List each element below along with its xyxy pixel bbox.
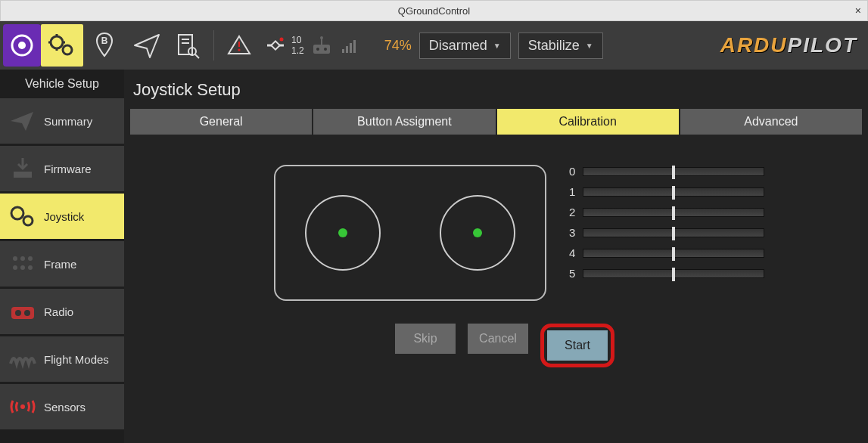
right-stick bbox=[440, 195, 515, 271]
sat-hdop: 1.2 bbox=[291, 45, 304, 56]
plan-button[interactable]: B bbox=[83, 24, 126, 67]
sidebar: Vehicle Setup Summary Firmware Joystick … bbox=[0, 70, 124, 443]
svg-rect-29 bbox=[14, 172, 32, 178]
analyze-button[interactable] bbox=[168, 24, 207, 67]
gps-values: 10 1.2 bbox=[291, 35, 304, 56]
svg-point-33 bbox=[20, 256, 25, 261]
sidebar-item-summary[interactable]: Summary bbox=[0, 98, 124, 144]
svg-rect-38 bbox=[11, 307, 34, 319]
window-title: QGroundControl bbox=[1, 5, 867, 17]
top-toolbar: B 10 1.2 bbox=[0, 21, 868, 70]
tab-general[interactable]: General bbox=[130, 109, 312, 135]
svg-point-30 bbox=[11, 207, 23, 219]
axis-row: 4 bbox=[569, 246, 764, 259]
svg-point-31 bbox=[23, 216, 33, 225]
svg-rect-28 bbox=[353, 40, 356, 53]
svg-rect-20 bbox=[313, 45, 330, 54]
wave-icon bbox=[6, 344, 39, 374]
tab-bar: General Button Assigment Calibration Adv… bbox=[130, 109, 862, 135]
messages-button[interactable] bbox=[220, 24, 258, 67]
sidebar-title: Vehicle Setup bbox=[0, 70, 124, 98]
stick-visualizer bbox=[274, 165, 546, 301]
sidebar-item-frame[interactable]: Frame bbox=[0, 241, 124, 287]
main-panel: Joystick Setup General Button Assigment … bbox=[124, 70, 868, 443]
axis-bar-1 bbox=[583, 187, 764, 197]
waypoint-icon: B bbox=[89, 30, 120, 60]
arm-state-dropdown[interactable]: Disarmed ▼ bbox=[419, 33, 511, 59]
svg-point-35 bbox=[13, 265, 17, 270]
sidebar-item-label: Summary bbox=[44, 115, 92, 128]
close-icon[interactable]: × bbox=[855, 5, 861, 17]
paper-plane-icon bbox=[132, 30, 162, 60]
svg-line-13 bbox=[195, 54, 199, 58]
axis-bar-5 bbox=[583, 269, 764, 278]
sidebar-item-label: Sensors bbox=[44, 401, 86, 414]
warning-triangle-icon bbox=[226, 34, 252, 57]
axis-monitor: 0 1 2 3 4 5 bbox=[569, 165, 764, 301]
rc-status[interactable] bbox=[304, 24, 339, 67]
sidebar-item-joystick[interactable]: Joystick bbox=[0, 194, 124, 239]
sidebar-item-label: Firmware bbox=[44, 163, 92, 175]
tab-calibration[interactable]: Calibration bbox=[497, 109, 679, 135]
axis-bar-0 bbox=[583, 167, 764, 176]
flight-mode-dropdown[interactable]: Stabilize ▼ bbox=[518, 33, 603, 59]
right-stick-dot bbox=[473, 228, 482, 237]
sidebar-item-label: Flight Modes bbox=[44, 353, 109, 366]
svg-point-14 bbox=[238, 48, 240, 51]
axis-row: 5 bbox=[569, 267, 764, 280]
signal-bars-icon bbox=[341, 37, 360, 54]
svg-point-37 bbox=[28, 265, 33, 270]
svg-point-41 bbox=[20, 404, 25, 409]
caret-down-icon: ▼ bbox=[493, 42, 501, 50]
axis-bar-4 bbox=[583, 249, 764, 258]
toolbar-separator bbox=[213, 30, 214, 60]
brand-logo: ARDUPILOT bbox=[720, 33, 857, 57]
cancel-button[interactable]: Cancel bbox=[468, 324, 528, 354]
sidebar-item-firmware[interactable]: Firmware bbox=[0, 146, 124, 191]
fly-button[interactable] bbox=[126, 24, 168, 67]
app-logo-button[interactable] bbox=[3, 24, 41, 67]
svg-point-34 bbox=[28, 256, 33, 261]
svg-point-21 bbox=[316, 48, 319, 51]
flight-mode-label: Stabilize bbox=[528, 38, 580, 54]
satellite-icon bbox=[264, 34, 287, 57]
window-titlebar: QGroundControl × bbox=[0, 0, 868, 21]
rc-icon bbox=[310, 36, 333, 55]
sidebar-item-radio[interactable]: Radio bbox=[0, 289, 124, 334]
sidebar-item-flight-modes[interactable]: Flight Modes bbox=[0, 336, 124, 382]
frame-dots-icon bbox=[6, 249, 39, 279]
radio-icon bbox=[6, 296, 39, 327]
tab-advanced[interactable]: Advanced bbox=[680, 109, 862, 135]
start-button[interactable]: Start bbox=[547, 330, 608, 361]
skip-button[interactable]: Skip bbox=[395, 324, 456, 354]
sidebar-item-sensors[interactable]: Sensors bbox=[0, 384, 124, 429]
svg-rect-27 bbox=[350, 43, 352, 53]
tab-button-assignment[interactable]: Button Assigment bbox=[313, 109, 495, 135]
svg-text:B: B bbox=[101, 36, 108, 46]
arm-state-label: Disarmed bbox=[429, 38, 487, 54]
svg-point-36 bbox=[20, 265, 25, 270]
gears-icon bbox=[6, 201, 39, 231]
vehicle-setup-button[interactable] bbox=[41, 24, 83, 67]
svg-rect-26 bbox=[346, 46, 348, 53]
sidebar-item-label: Joystick bbox=[44, 210, 84, 223]
sidebar-item-label: Radio bbox=[44, 305, 73, 318]
svg-point-19 bbox=[280, 38, 284, 42]
axis-row: 1 bbox=[569, 185, 764, 198]
svg-point-32 bbox=[13, 256, 17, 261]
q-icon bbox=[9, 33, 35, 58]
axis-bar-2 bbox=[583, 208, 764, 217]
document-search-icon bbox=[174, 32, 201, 59]
download-chip-icon bbox=[6, 153, 39, 184]
axis-bar-3 bbox=[583, 228, 764, 237]
svg-point-2 bbox=[51, 36, 63, 48]
axis-row: 2 bbox=[569, 206, 764, 218]
calibration-buttons: Skip Cancel Start bbox=[395, 324, 862, 367]
sat-count: 10 bbox=[291, 35, 304, 45]
gps-status[interactable] bbox=[258, 24, 288, 67]
sidebar-item-label: Frame bbox=[44, 258, 76, 271]
battery-percent[interactable]: 74% bbox=[384, 38, 412, 54]
page-title: Joystick Setup bbox=[130, 73, 862, 109]
telemetry-rssi[interactable] bbox=[339, 24, 366, 67]
left-stick bbox=[305, 195, 381, 271]
